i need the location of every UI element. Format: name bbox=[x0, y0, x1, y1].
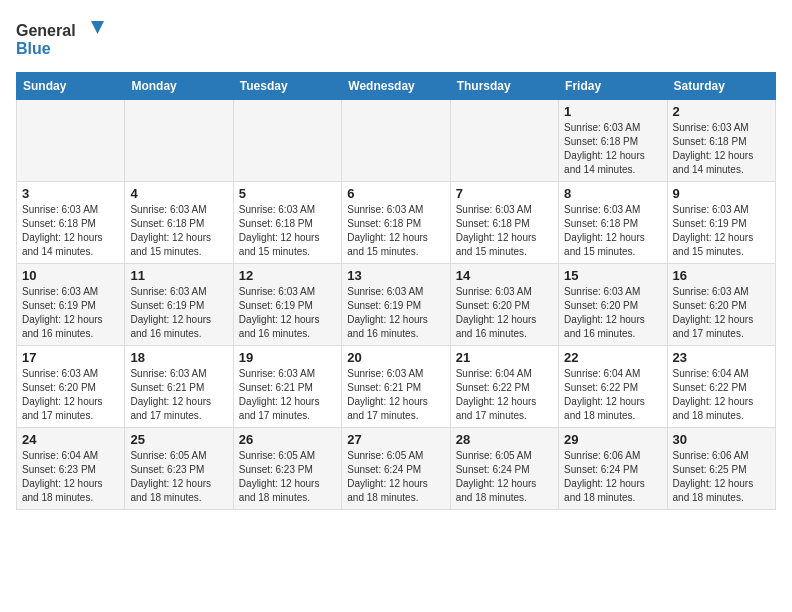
day-header-row: SundayMondayTuesdayWednesdayThursdayFrid… bbox=[17, 73, 776, 100]
week-row-5: 24Sunrise: 6:04 AM Sunset: 6:23 PM Dayli… bbox=[17, 428, 776, 510]
day-info: Sunrise: 6:03 AM Sunset: 6:19 PM Dayligh… bbox=[130, 285, 227, 341]
day-number: 27 bbox=[347, 432, 444, 447]
day-info: Sunrise: 6:05 AM Sunset: 6:24 PM Dayligh… bbox=[347, 449, 444, 505]
day-number: 22 bbox=[564, 350, 661, 365]
day-number: 1 bbox=[564, 104, 661, 119]
calendar-cell: 12Sunrise: 6:03 AM Sunset: 6:19 PM Dayli… bbox=[233, 264, 341, 346]
calendar-cell: 30Sunrise: 6:06 AM Sunset: 6:25 PM Dayli… bbox=[667, 428, 775, 510]
calendar-cell: 6Sunrise: 6:03 AM Sunset: 6:18 PM Daylig… bbox=[342, 182, 450, 264]
calendar-cell: 23Sunrise: 6:04 AM Sunset: 6:22 PM Dayli… bbox=[667, 346, 775, 428]
calendar-cell: 10Sunrise: 6:03 AM Sunset: 6:19 PM Dayli… bbox=[17, 264, 125, 346]
calendar-cell: 7Sunrise: 6:03 AM Sunset: 6:18 PM Daylig… bbox=[450, 182, 558, 264]
day-of-week-wednesday: Wednesday bbox=[342, 73, 450, 100]
calendar-cell: 11Sunrise: 6:03 AM Sunset: 6:19 PM Dayli… bbox=[125, 264, 233, 346]
day-number: 10 bbox=[22, 268, 119, 283]
day-info: Sunrise: 6:06 AM Sunset: 6:24 PM Dayligh… bbox=[564, 449, 661, 505]
calendar-cell bbox=[125, 100, 233, 182]
calendar-cell bbox=[342, 100, 450, 182]
calendar-header: SundayMondayTuesdayWednesdayThursdayFrid… bbox=[17, 73, 776, 100]
day-info: Sunrise: 6:03 AM Sunset: 6:20 PM Dayligh… bbox=[456, 285, 553, 341]
week-row-1: 1Sunrise: 6:03 AM Sunset: 6:18 PM Daylig… bbox=[17, 100, 776, 182]
day-number: 28 bbox=[456, 432, 553, 447]
day-number: 30 bbox=[673, 432, 770, 447]
day-info: Sunrise: 6:03 AM Sunset: 6:19 PM Dayligh… bbox=[239, 285, 336, 341]
calendar-cell: 21Sunrise: 6:04 AM Sunset: 6:22 PM Dayli… bbox=[450, 346, 558, 428]
day-number: 5 bbox=[239, 186, 336, 201]
calendar-cell: 9Sunrise: 6:03 AM Sunset: 6:19 PM Daylig… bbox=[667, 182, 775, 264]
day-info: Sunrise: 6:03 AM Sunset: 6:18 PM Dayligh… bbox=[564, 203, 661, 259]
day-number: 29 bbox=[564, 432, 661, 447]
day-info: Sunrise: 6:03 AM Sunset: 6:18 PM Dayligh… bbox=[564, 121, 661, 177]
day-number: 20 bbox=[347, 350, 444, 365]
calendar-cell: 15Sunrise: 6:03 AM Sunset: 6:20 PM Dayli… bbox=[559, 264, 667, 346]
page-header: General Blue bbox=[16, 16, 776, 60]
day-info: Sunrise: 6:03 AM Sunset: 6:18 PM Dayligh… bbox=[130, 203, 227, 259]
calendar-table: SundayMondayTuesdayWednesdayThursdayFrid… bbox=[16, 72, 776, 510]
day-number: 25 bbox=[130, 432, 227, 447]
day-number: 3 bbox=[22, 186, 119, 201]
day-of-week-monday: Monday bbox=[125, 73, 233, 100]
calendar-cell: 18Sunrise: 6:03 AM Sunset: 6:21 PM Dayli… bbox=[125, 346, 233, 428]
day-info: Sunrise: 6:04 AM Sunset: 6:22 PM Dayligh… bbox=[564, 367, 661, 423]
svg-text:Blue: Blue bbox=[16, 40, 51, 57]
calendar-cell: 29Sunrise: 6:06 AM Sunset: 6:24 PM Dayli… bbox=[559, 428, 667, 510]
day-info: Sunrise: 6:04 AM Sunset: 6:22 PM Dayligh… bbox=[456, 367, 553, 423]
day-info: Sunrise: 6:04 AM Sunset: 6:23 PM Dayligh… bbox=[22, 449, 119, 505]
calendar-cell: 27Sunrise: 6:05 AM Sunset: 6:24 PM Dayli… bbox=[342, 428, 450, 510]
day-number: 13 bbox=[347, 268, 444, 283]
calendar-cell bbox=[17, 100, 125, 182]
day-number: 16 bbox=[673, 268, 770, 283]
day-info: Sunrise: 6:03 AM Sunset: 6:20 PM Dayligh… bbox=[564, 285, 661, 341]
day-number: 24 bbox=[22, 432, 119, 447]
calendar-cell: 20Sunrise: 6:03 AM Sunset: 6:21 PM Dayli… bbox=[342, 346, 450, 428]
calendar-cell bbox=[450, 100, 558, 182]
day-of-week-saturday: Saturday bbox=[667, 73, 775, 100]
calendar-body: 1Sunrise: 6:03 AM Sunset: 6:18 PM Daylig… bbox=[17, 100, 776, 510]
calendar-cell: 19Sunrise: 6:03 AM Sunset: 6:21 PM Dayli… bbox=[233, 346, 341, 428]
day-number: 15 bbox=[564, 268, 661, 283]
calendar-cell: 22Sunrise: 6:04 AM Sunset: 6:22 PM Dayli… bbox=[559, 346, 667, 428]
day-info: Sunrise: 6:04 AM Sunset: 6:22 PM Dayligh… bbox=[673, 367, 770, 423]
day-info: Sunrise: 6:05 AM Sunset: 6:24 PM Dayligh… bbox=[456, 449, 553, 505]
day-number: 21 bbox=[456, 350, 553, 365]
day-info: Sunrise: 6:03 AM Sunset: 6:18 PM Dayligh… bbox=[673, 121, 770, 177]
day-info: Sunrise: 6:03 AM Sunset: 6:18 PM Dayligh… bbox=[239, 203, 336, 259]
calendar-cell: 17Sunrise: 6:03 AM Sunset: 6:20 PM Dayli… bbox=[17, 346, 125, 428]
calendar-cell: 14Sunrise: 6:03 AM Sunset: 6:20 PM Dayli… bbox=[450, 264, 558, 346]
day-number: 4 bbox=[130, 186, 227, 201]
day-of-week-tuesday: Tuesday bbox=[233, 73, 341, 100]
day-of-week-friday: Friday bbox=[559, 73, 667, 100]
day-info: Sunrise: 6:03 AM Sunset: 6:19 PM Dayligh… bbox=[22, 285, 119, 341]
day-info: Sunrise: 6:03 AM Sunset: 6:21 PM Dayligh… bbox=[239, 367, 336, 423]
calendar-cell: 28Sunrise: 6:05 AM Sunset: 6:24 PM Dayli… bbox=[450, 428, 558, 510]
day-number: 18 bbox=[130, 350, 227, 365]
calendar-cell: 8Sunrise: 6:03 AM Sunset: 6:18 PM Daylig… bbox=[559, 182, 667, 264]
calendar-cell: 5Sunrise: 6:03 AM Sunset: 6:18 PM Daylig… bbox=[233, 182, 341, 264]
logo-svg: General Blue bbox=[16, 16, 106, 60]
day-of-week-sunday: Sunday bbox=[17, 73, 125, 100]
day-number: 26 bbox=[239, 432, 336, 447]
day-number: 8 bbox=[564, 186, 661, 201]
logo: General Blue bbox=[16, 16, 106, 60]
day-info: Sunrise: 6:03 AM Sunset: 6:20 PM Dayligh… bbox=[673, 285, 770, 341]
day-of-week-thursday: Thursday bbox=[450, 73, 558, 100]
day-number: 19 bbox=[239, 350, 336, 365]
calendar-cell: 2Sunrise: 6:03 AM Sunset: 6:18 PM Daylig… bbox=[667, 100, 775, 182]
svg-text:General: General bbox=[16, 22, 76, 39]
day-number: 23 bbox=[673, 350, 770, 365]
day-info: Sunrise: 6:03 AM Sunset: 6:19 PM Dayligh… bbox=[673, 203, 770, 259]
day-number: 6 bbox=[347, 186, 444, 201]
calendar-cell: 26Sunrise: 6:05 AM Sunset: 6:23 PM Dayli… bbox=[233, 428, 341, 510]
day-info: Sunrise: 6:03 AM Sunset: 6:18 PM Dayligh… bbox=[347, 203, 444, 259]
calendar-cell: 13Sunrise: 6:03 AM Sunset: 6:19 PM Dayli… bbox=[342, 264, 450, 346]
calendar-cell: 24Sunrise: 6:04 AM Sunset: 6:23 PM Dayli… bbox=[17, 428, 125, 510]
day-info: Sunrise: 6:03 AM Sunset: 6:21 PM Dayligh… bbox=[347, 367, 444, 423]
day-info: Sunrise: 6:03 AM Sunset: 6:18 PM Dayligh… bbox=[456, 203, 553, 259]
calendar-cell bbox=[233, 100, 341, 182]
svg-marker-2 bbox=[91, 21, 104, 34]
calendar-cell: 4Sunrise: 6:03 AM Sunset: 6:18 PM Daylig… bbox=[125, 182, 233, 264]
day-info: Sunrise: 6:03 AM Sunset: 6:19 PM Dayligh… bbox=[347, 285, 444, 341]
day-info: Sunrise: 6:05 AM Sunset: 6:23 PM Dayligh… bbox=[130, 449, 227, 505]
day-number: 11 bbox=[130, 268, 227, 283]
day-info: Sunrise: 6:03 AM Sunset: 6:18 PM Dayligh… bbox=[22, 203, 119, 259]
